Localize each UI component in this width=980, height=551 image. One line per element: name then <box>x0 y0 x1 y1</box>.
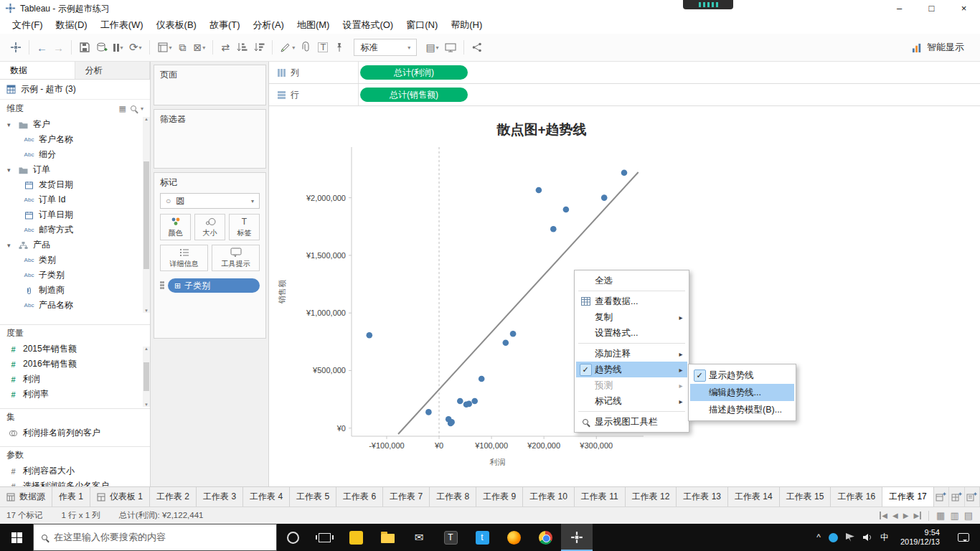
start-button[interactable] <box>0 524 33 551</box>
fit-dropdown[interactable]: 标准 ▾ <box>354 39 417 56</box>
menu-item[interactable]: 描述趋势模型(B)... <box>690 401 794 418</box>
sort-ascending-button[interactable] <box>233 38 250 57</box>
sheet-tab[interactable]: 工作表 4 <box>243 487 290 507</box>
minimize-button[interactable]: – <box>883 0 915 17</box>
tab-analytics[interactable]: 分析 <box>75 62 151 79</box>
menu-item[interactable]: 复制▸ <box>576 309 687 325</box>
field-item[interactable]: #2016年销售额 <box>0 357 150 372</box>
show-hide-cards-button[interactable]: ▤▾ <box>423 38 441 57</box>
share-button[interactable] <box>468 38 486 57</box>
menu-item[interactable]: 查看数据... <box>576 293 687 309</box>
expand-caret-icon[interactable]: ▾ <box>7 242 14 249</box>
field-item[interactable]: 发货日期 <box>0 177 150 192</box>
pointer-tray-icon[interactable] <box>846 533 854 542</box>
firefox-button[interactable] <box>498 524 529 551</box>
field-item[interactable]: Abc邮寄方式 <box>0 222 150 237</box>
taskbar-clock[interactable]: 9:54 2019/12/13 <box>897 528 943 547</box>
sheet-tab[interactable]: 工作表 7 <box>383 487 430 507</box>
show-filmstrip-view-icon[interactable]: ▥ <box>950 510 958 521</box>
menu-item[interactable]: 设置格式... <box>576 325 687 341</box>
group-members-button[interactable] <box>298 38 315 57</box>
add-datasource-button[interactable] <box>93 38 110 57</box>
sheet-tab[interactable]: 工作表 9 <box>476 487 523 507</box>
mail-app-button[interactable]: ✉ <box>403 524 435 551</box>
menubar-item[interactable]: 窗口(N) <box>400 17 444 34</box>
presentation-mode-button[interactable] <box>442 38 459 57</box>
volume-icon[interactable] <box>862 533 872 542</box>
new-dashboard-tab-button[interactable] <box>949 487 964 507</box>
run-update-button[interactable]: ⟳▾ <box>126 38 145 57</box>
mark-type-dropdown[interactable]: ○ 圆 ▾ <box>160 193 260 209</box>
new-story-tab-button[interactable] <box>965 487 980 507</box>
marks-detail-button[interactable]: 详细信息 <box>160 245 208 271</box>
menu-item[interactable]: ✓显示趋势线 <box>690 367 794 384</box>
tableau-start-page-button[interactable] <box>7 38 24 57</box>
field-item[interactable]: ▾订单 <box>0 162 150 177</box>
tab-data[interactable]: 数据 <box>0 62 75 79</box>
field-item[interactable]: Abc子类别 <box>0 268 150 283</box>
menu-item[interactable]: 标记线▸ <box>576 393 687 409</box>
image-viewer-app-button[interactable] <box>340 524 372 551</box>
search-icon[interactable] <box>131 105 136 111</box>
menubar-item[interactable]: 数据(D) <box>50 17 94 34</box>
scatter-plot[interactable]: ¥0¥500,000¥1,000,000¥1,500,000¥2,000,000… <box>269 106 814 486</box>
dimensions-scrollbar[interactable]: ▲▼ <box>143 117 150 313</box>
columns-shelf[interactable]: 列 总计(利润) <box>269 62 980 84</box>
cortana-button[interactable] <box>277 524 308 551</box>
show-me-button[interactable]: 智能显示 <box>903 38 973 57</box>
show-list-view-icon[interactable]: ▤ <box>964 510 973 521</box>
field-item[interactable]: 订单日期 <box>0 207 150 222</box>
sheet-tab[interactable]: 工作表 6 <box>336 487 383 507</box>
field-item[interactable]: ▾产品 <box>0 237 150 253</box>
show-tabs-view-icon[interactable]: ▦ <box>936 510 945 521</box>
taskbar-search-input[interactable]: 在这里输入你要搜索的内容 <box>33 524 277 551</box>
sheet-tab[interactable]: 作表 1 <box>52 487 90 507</box>
filters-card[interactable]: 筛选器 <box>154 109 266 169</box>
expand-caret-icon[interactable]: ▾ <box>7 166 14 174</box>
new-worksheet-button[interactable]: ▾ <box>154 38 175 57</box>
datasource-row[interactable]: 示例 - 超市 (3) <box>0 80 150 100</box>
last-story-point-icon[interactable]: ▶ <box>913 512 921 519</box>
menu-item[interactable]: 全选 <box>576 273 687 288</box>
undo-button[interactable]: ← <box>34 38 50 57</box>
sheet-tab[interactable]: 数据源 <box>0 487 52 507</box>
menubar-item[interactable]: 分析(A) <box>247 17 291 34</box>
sheet-tab[interactable]: 工作表 12 <box>626 487 677 507</box>
sheet-tab[interactable]: 工作表 16 <box>831 487 882 507</box>
menu-item[interactable]: ✓趋势线▸ <box>576 362 687 377</box>
marks-size-button[interactable]: 大小 <box>194 214 225 240</box>
measures-scrollbar[interactable]: ▲▼ <box>143 347 150 407</box>
previous-story-point-icon[interactable]: ◀ <box>892 512 898 519</box>
sheet-tab[interactable]: 工作表 13 <box>677 487 728 507</box>
marks-color-button[interactable]: 颜色 <box>160 214 191 240</box>
sort-descending-button[interactable] <box>250 38 268 57</box>
menubar-item[interactable]: 设置格式(O) <box>336 17 400 34</box>
rows-shelf[interactable]: 行 总计(销售额) <box>269 84 980 106</box>
field-item[interactable]: #利润率 <box>0 387 150 402</box>
maximize-button[interactable]: □ <box>915 0 948 17</box>
sheet-tab[interactable]: 工作表 8 <box>430 487 476 507</box>
sheet-tab[interactable]: 工作表 15 <box>780 487 831 507</box>
menu-item[interactable]: 显示视图工具栏 <box>576 414 687 430</box>
file-explorer-button[interactable] <box>372 524 403 551</box>
tableau-taskbar-button[interactable] <box>561 524 593 551</box>
menubar-item[interactable]: 文件(F) <box>6 17 50 34</box>
sheet-tab[interactable]: 仪表板 1 <box>90 487 150 507</box>
t-blue-app-button[interactable]: t <box>466 524 498 551</box>
view-as-grid-icon[interactable]: ▦ <box>119 104 126 113</box>
menubar-item[interactable]: 仪表板(B) <box>150 17 203 34</box>
field-item[interactable]: Abc产品名称 <box>0 298 150 313</box>
field-item[interactable]: #利润 <box>0 372 150 387</box>
menubar-item[interactable]: 故事(T) <box>203 17 247 34</box>
sheet-tab[interactable]: 工作表 5 <box>290 487 336 507</box>
chrome-button[interactable] <box>529 524 561 551</box>
hidden-icons-caret[interactable]: ^ <box>816 532 821 542</box>
pause-updates-button[interactable]: ▾ <box>110 38 126 57</box>
sheet-tab[interactable]: 工作表 14 <box>728 487 780 507</box>
new-worksheet-tab-button[interactable] <box>934 487 949 507</box>
menu-item[interactable]: 添加注释▸ <box>576 346 687 362</box>
field-item[interactable]: ▾客户 <box>0 117 150 132</box>
show-mark-labels-button[interactable]: T <box>315 38 331 57</box>
sheet-tab[interactable]: 工作表 3 <box>197 487 243 507</box>
menubar-item[interactable]: 帮助(H) <box>444 17 489 34</box>
